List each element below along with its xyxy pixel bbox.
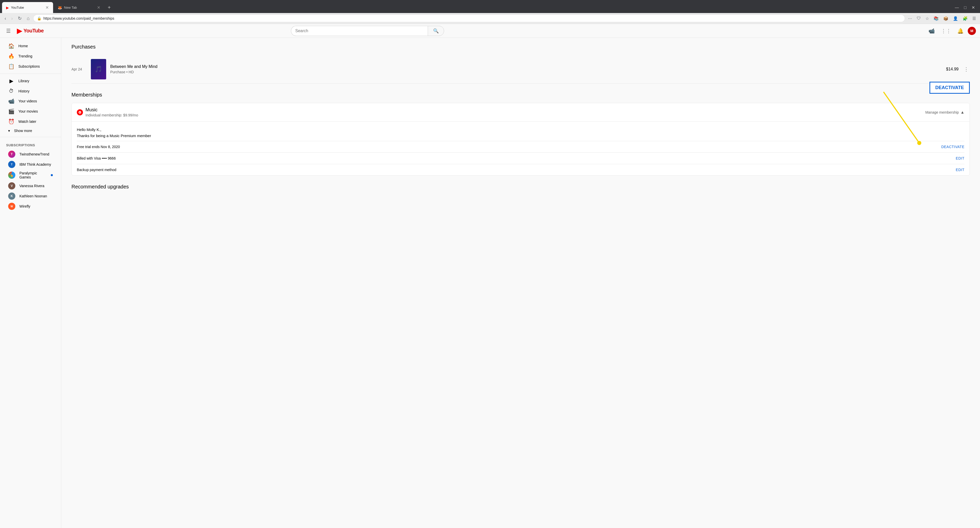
subscription-item-kathleen[interactable]: K Kathleen Noonan [2, 191, 59, 201]
history-icon: ⏱ [8, 88, 14, 94]
browser-chrome: ▶ YouTube ✕ 🦊 New Tab ✕ + — □ ✕ ‹ › ↻ ⌂ … [0, 0, 980, 24]
browser-toolbar: ‹ › ↻ ⌂ 🔒 ⋯ 🛡 ☆ 📚 📦 👤 🧩 ☰ [0, 13, 980, 24]
sidebar-label-your-movies: Your movies [18, 109, 38, 113]
youtube-header: ☰ ▶ YouTube 🔍 📹 ⋮⋮ 🔔 M [0, 24, 980, 38]
forward-button[interactable]: › [10, 15, 14, 22]
tab-close-youtube[interactable]: ✕ [45, 6, 49, 10]
billing-label: Billed with Visa •••• 9666 [77, 156, 116, 160]
new-tab-button[interactable]: + [105, 3, 114, 11]
bookmark-icon[interactable]: ☆ [924, 15, 930, 22]
subscriptions-icon: 📋 [8, 63, 14, 69]
search-input[interactable] [291, 26, 428, 36]
sidebar-item-watch-later[interactable]: ⏰ Watch later [2, 116, 59, 127]
sidebar-item-your-movies[interactable]: 🎬 Your movies [2, 106, 59, 116]
window-controls: — □ ✕ [950, 2, 980, 13]
sidebar-item-your-videos[interactable]: 📹 Your videos [2, 96, 59, 106]
annotation-arrow [883, 92, 935, 148]
minimize-button[interactable]: — [953, 4, 961, 11]
back-button[interactable]: ‹ [3, 15, 8, 22]
youtube-logo-text: YouTube [24, 28, 44, 34]
sidebar-label-subscriptions: Subscriptions [18, 64, 40, 69]
subscription-avatar-ibm: T [8, 161, 15, 168]
search-bar: 🔍 [291, 26, 444, 36]
tab-youtube[interactable]: ▶ YouTube ✕ [2, 2, 53, 13]
backup-label: Backup payment method [77, 168, 116, 172]
memberships-section: Memberships Mu [72, 92, 970, 175]
sidebar-label-your-videos: Your videos [18, 99, 37, 103]
purchase-thumbnail: 🎵 [91, 59, 106, 80]
library-icon: ▶ [8, 78, 14, 84]
deactivate-button[interactable]: DEACTIVATE [941, 145, 964, 149]
sidebar-label-history: History [18, 89, 30, 93]
sidebar-item-library[interactable]: ▶ Library [2, 76, 59, 86]
edit-backup-button[interactable]: EDIT [956, 168, 964, 172]
shield-icon[interactable]: 🛡 [916, 15, 922, 22]
search-button[interactable]: 🔍 [428, 26, 444, 36]
trial-label: Free trial ends Nov 8, 2020 [77, 145, 120, 149]
subscription-avatar-kathleen: K [8, 193, 15, 199]
yt-container: 🏠 Home 🔥 Trending 📋 Subscriptions ▶ Libr… [0, 38, 980, 528]
sidebar-item-show-more[interactable]: ▾ Show more [2, 127, 59, 135]
subscription-avatar-vanessa: V [8, 182, 15, 190]
music-brand-icon [77, 109, 83, 115]
purchase-price: $14.99 [946, 67, 959, 72]
youtube-logo-icon: ▶ [17, 27, 22, 35]
reload-button[interactable]: ↻ [16, 14, 23, 22]
sidebar-label-show-more: Show more [14, 129, 32, 133]
subscription-item-paralympic[interactable]: 🏅 Paralympic Games [2, 169, 59, 181]
subscription-avatar-wirefly: W [8, 203, 15, 210]
extensions-count-icon[interactable]: 🧩 [962, 15, 969, 22]
edit-billing-button[interactable]: EDIT [956, 156, 964, 160]
home-icon: 🏠 [8, 43, 14, 49]
svg-line-3 [883, 92, 919, 143]
address-input[interactable] [43, 16, 901, 21]
address-bar[interactable]: 🔒 [33, 14, 905, 22]
chevron-up-icon: ▲ [960, 110, 964, 115]
membership-brand: Music Individual membership: $9.99/mo [77, 107, 925, 117]
svg-point-2 [80, 112, 80, 113]
sidebar-item-home[interactable]: 🏠 Home [2, 41, 59, 51]
extensions-button[interactable]: ⋯ [907, 15, 913, 22]
close-button[interactable]: ✕ [969, 4, 977, 11]
subscription-item-vanessa[interactable]: V Vanessa Rivera [2, 181, 59, 191]
menu-icon[interactable]: ☰ [971, 15, 977, 22]
bookmarks-library-icon[interactable]: 📚 [932, 15, 940, 22]
sidebar-label-watch-later: Watch later [18, 120, 36, 124]
youtube-logo[interactable]: ▶ YouTube [17, 27, 44, 35]
secure-icon: 🔒 [37, 16, 41, 21]
tab-close-newtab[interactable]: ✕ [97, 6, 100, 10]
subscription-item-wirefly[interactable]: W Wirefly [2, 201, 59, 211]
greeting-line1: Hello Molly K., [77, 127, 964, 133]
tab-favicon-youtube: ▶ [6, 6, 9, 10]
tab-title-youtube: YouTube [11, 6, 43, 10]
subscription-name-kathleen: Kathleen Noonan [19, 194, 53, 198]
hamburger-menu[interactable]: ☰ [4, 26, 13, 36]
svg-point-4 [917, 141, 921, 145]
maximize-button[interactable]: □ [962, 4, 969, 11]
watch-later-icon: ⏰ [8, 118, 14, 124]
sidebar-item-history[interactable]: ⏱ History [2, 86, 59, 96]
membership-row-backup: Backup payment method EDIT [77, 164, 964, 175]
account-icon[interactable]: 👤 [952, 15, 959, 22]
apps-button[interactable]: ⋮⋮ [939, 26, 953, 36]
purchase-menu-button[interactable]: ⋮ [963, 65, 970, 73]
subscription-avatar-twins: T [8, 151, 15, 158]
subscription-dot-paralympic [51, 174, 53, 176]
sidebar-item-trending[interactable]: 🔥 Trending [2, 51, 59, 61]
notifications-button[interactable]: 🔔 [955, 26, 966, 36]
container-icon[interactable]: 📦 [942, 15, 950, 22]
sidebar-item-subscriptions[interactable]: 📋 Subscriptions [2, 61, 59, 72]
membership-greeting: Hello Molly K., Thanks for being a Music… [77, 121, 964, 141]
tab-new-tab[interactable]: 🦊 New Tab ✕ [54, 2, 105, 13]
subscription-item-twins[interactable]: T TwinsthenewTrend [2, 149, 59, 160]
membership-body: Hello Molly K., Thanks for being a Music… [72, 121, 969, 175]
subscription-name-ibm: IBM Think Academy [19, 163, 53, 166]
home-button[interactable]: ⌂ [25, 15, 31, 22]
header-actions: 📹 ⋮⋮ 🔔 M [926, 26, 976, 36]
subscription-item-ibm[interactable]: T IBM Think Academy [2, 160, 59, 169]
subscription-name-vanessa: Vanessa Rivera [19, 184, 53, 188]
subscriptions-section-title: SUBSCRIPTIONS [0, 139, 61, 149]
upload-button[interactable]: 📹 [926, 26, 937, 36]
sidebar-label-home: Home [18, 44, 28, 48]
account-avatar[interactable]: M [968, 27, 976, 35]
